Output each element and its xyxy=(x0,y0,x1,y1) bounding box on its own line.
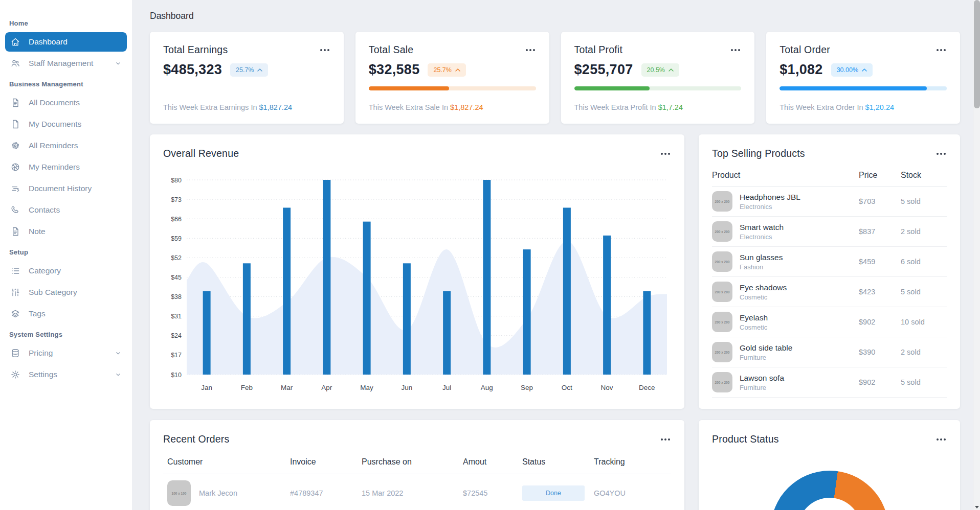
product-category: Cosmetic xyxy=(740,293,787,301)
svg-text:Sep: Sep xyxy=(521,384,533,391)
product-status-menu-icon[interactable] xyxy=(936,435,947,444)
stat-card: Total Order $1,082 30.00% This Week Extr… xyxy=(766,32,960,124)
stat-card-title: Total Earnings xyxy=(163,44,228,56)
sidebar-section-label: System Settings xyxy=(5,331,127,338)
products-table-header: Product Price Stock xyxy=(712,171,947,187)
products-col-product: Product xyxy=(712,171,859,180)
sidebar-item-all-documents[interactable]: All Documents xyxy=(5,93,127,112)
product-name: Lawson sofa xyxy=(740,374,784,383)
product-stock: 5 sold xyxy=(901,378,947,386)
recent-orders-title: Recent Orders xyxy=(163,433,229,445)
overall-revenue-card: Overall Revenue $10$17$24$31$38$45$52$59… xyxy=(150,134,684,409)
sidebar-item-my-reminders[interactable]: My Reminders xyxy=(5,157,127,177)
app-root: Home Dashboard Staff Management Business… xyxy=(0,0,980,510)
sidebar-section: Setup Category Sub Category Tags xyxy=(5,248,127,323)
history-icon xyxy=(10,183,20,194)
stat-card-trend-badge: 30.00% xyxy=(831,63,873,77)
top-selling-products-card: Top Selling Products Product Price Stock… xyxy=(699,134,960,409)
revenue-bar-sep xyxy=(523,249,531,375)
recent-orders-card: Recent Orders Customer Invoice Pusrchase… xyxy=(150,420,684,510)
product-name: Gold side table xyxy=(740,343,792,353)
sidebar-item-dashboard[interactable]: Dashboard xyxy=(5,32,127,52)
stat-card-menu-icon[interactable] xyxy=(730,46,741,54)
aperture-icon xyxy=(10,162,20,172)
stat-card-value: $1,082 xyxy=(779,62,822,78)
top-selling-products-menu-icon[interactable] xyxy=(936,150,947,158)
revenue-bar-nov xyxy=(603,236,611,375)
vertical-scrollbar[interactable] xyxy=(973,0,980,510)
products-col-stock: Stock xyxy=(901,171,947,180)
topbar: Dashboard xyxy=(150,0,960,32)
svg-text:Nov: Nov xyxy=(601,384,613,391)
revenue-bar-feb xyxy=(243,263,251,375)
caret-up-icon xyxy=(455,68,460,72)
orders-col-status: Status xyxy=(522,457,594,467)
sidebar-item-tags[interactable]: Tags xyxy=(5,304,127,323)
product-category: Cosmetic xyxy=(740,323,768,331)
document-icon xyxy=(10,98,20,108)
stat-card-title: Total Sale xyxy=(369,44,414,56)
product-price: $902 xyxy=(859,378,901,386)
table-row: 200 x 200 Gold side table Furniture $390… xyxy=(712,337,947,367)
phone-icon xyxy=(10,205,20,215)
sidebar-item-settings[interactable]: Settings xyxy=(5,365,127,384)
sidebar-section-label: Setup xyxy=(5,248,127,256)
sidebar-item-all-reminders[interactable]: All Reminders xyxy=(5,136,127,155)
svg-text:$45: $45 xyxy=(171,274,182,281)
overall-revenue-menu-icon[interactable] xyxy=(660,150,671,158)
order-customer: Mark Jecon xyxy=(199,489,237,497)
orders-col-purchase: Pusrchase on xyxy=(362,457,463,467)
svg-text:Jul: Jul xyxy=(442,384,451,391)
svg-text:Dece: Dece xyxy=(639,384,655,391)
sidebar-item-label: Tags xyxy=(29,309,46,318)
scroll-down-arrow-icon[interactable] xyxy=(975,506,979,508)
product-stock: 2 sold xyxy=(901,227,947,236)
sidebar-item-sub-category[interactable]: Sub Category xyxy=(5,283,127,302)
product-name: Smart watch xyxy=(740,223,784,232)
recent-orders-menu-icon[interactable] xyxy=(660,435,671,444)
stat-card-trend-badge: 25.7% xyxy=(230,63,268,77)
sidebar-item-staff-management[interactable]: Staff Management xyxy=(5,54,127,73)
overall-revenue-title: Overall Revenue xyxy=(163,148,239,159)
order-purchase-date: 15 Mar 2022 xyxy=(362,489,463,497)
sidebar-item-pricing[interactable]: Pricing xyxy=(5,343,127,363)
sidebar-item-document-history[interactable]: Document History xyxy=(5,179,127,198)
stat-card-menu-icon[interactable] xyxy=(936,46,947,54)
stat-card-menu-icon[interactable] xyxy=(525,46,536,54)
scrollbar-thumb[interactable] xyxy=(974,0,980,108)
product-thumbnail: 200 x 200 xyxy=(712,342,732,362)
stat-card-footer: This Week Extra Order In $1,20.24 xyxy=(779,103,947,111)
stat-card-trend-badge: 20.5% xyxy=(641,63,679,77)
product-category: Furniture xyxy=(740,384,784,391)
svg-text:Feb: Feb xyxy=(241,384,253,391)
svg-text:Mar: Mar xyxy=(281,384,293,391)
stat-card-title: Total Profit xyxy=(574,44,623,56)
sidebar-item-note[interactable]: Note xyxy=(5,222,127,241)
product-name: Eye shadows xyxy=(740,283,787,292)
sidebar-item-label: Pricing xyxy=(29,349,53,358)
sidebar-item-category[interactable]: Category xyxy=(5,261,127,281)
stat-card: Total Profit $255,707 20.5% This Week Ex… xyxy=(561,32,755,124)
revenue-bar-dece xyxy=(643,291,651,375)
product-name: Eyelash xyxy=(740,313,768,322)
svg-text:$10: $10 xyxy=(171,372,182,379)
svg-text:$66: $66 xyxy=(171,216,182,223)
revenue-bar-apr xyxy=(323,180,330,375)
stat-card-title: Total Order xyxy=(779,44,830,56)
order-tracking: GO4YOU xyxy=(594,489,671,497)
product-status-donut-chart xyxy=(771,471,888,510)
revenue-bar-aug xyxy=(483,180,491,375)
svg-text:Apr: Apr xyxy=(321,384,332,391)
table-row: 200 x 200 Eyelash Cosmetic $902 10 sold xyxy=(712,307,947,337)
sidebar-section: Home Dashboard Staff Management xyxy=(5,19,127,73)
order-invoice: #4789347 xyxy=(290,489,362,497)
product-category: Electronics xyxy=(740,203,800,211)
stat-card-progress-bar xyxy=(574,86,742,90)
product-price: $902 xyxy=(859,318,901,326)
sidebar-item-contacts[interactable]: Contacts xyxy=(5,200,127,220)
svg-text:$24: $24 xyxy=(171,332,182,339)
sidebar-item-my-documents[interactable]: My Documents xyxy=(5,114,127,134)
product-price: $459 xyxy=(859,258,901,266)
sidebar-item-label: My Documents xyxy=(29,120,81,129)
stat-card-menu-icon[interactable] xyxy=(319,46,330,54)
